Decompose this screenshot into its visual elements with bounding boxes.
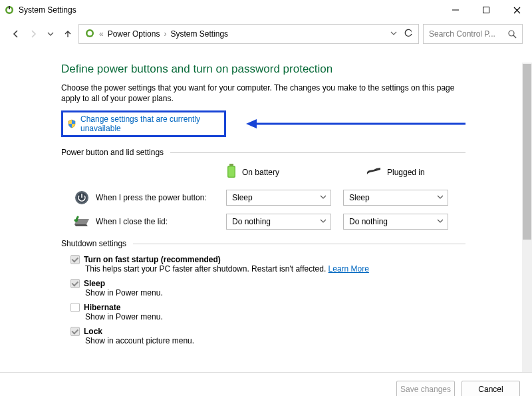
content-area: Define power buttons and turn on passwor… bbox=[0, 63, 532, 372]
fast-startup-checkbox[interactable] bbox=[70, 255, 80, 264]
search-icon bbox=[508, 30, 517, 39]
app-icon bbox=[4, 5, 15, 15]
forward-button[interactable] bbox=[27, 27, 40, 41]
page-description: Choose the power settings that you want … bbox=[61, 83, 466, 104]
hibernate-checkbox[interactable] bbox=[70, 303, 80, 312]
power-button-battery-select[interactable]: Sleep bbox=[226, 190, 331, 206]
col-plugged-in-label: Plugged in bbox=[387, 168, 425, 177]
uac-shield-icon bbox=[67, 119, 76, 128]
col-on-battery-label: On battery bbox=[242, 168, 279, 177]
fast-startup-label: Turn on fast startup (recommended) bbox=[84, 255, 221, 264]
change-settings-highlight: Change settings that are currently unava… bbox=[61, 110, 226, 137]
lid-label: When I close the lid: bbox=[96, 217, 226, 226]
nav-row: « Power Options › System Settings Search… bbox=[0, 20, 532, 53]
titlebar: System Settings bbox=[0, 0, 532, 20]
lock-label: Lock bbox=[84, 327, 102, 336]
search-input[interactable]: Search Control P... bbox=[423, 24, 523, 44]
chevron-down-icon bbox=[320, 193, 327, 202]
back-button[interactable] bbox=[9, 27, 23, 41]
chevron-down-icon bbox=[437, 217, 444, 226]
address-dropdown-icon[interactable] bbox=[390, 29, 397, 39]
address-icon bbox=[84, 28, 95, 41]
svg-rect-4 bbox=[483, 7, 489, 13]
cancel-button[interactable]: Cancel bbox=[462, 381, 520, 397]
sleep-label: Sleep bbox=[84, 279, 105, 288]
fast-startup-sub: This helps start your PC faster after sh… bbox=[85, 264, 326, 274]
hibernate-label: Hibernate bbox=[84, 303, 120, 312]
power-button-label: When I press the power button: bbox=[96, 193, 226, 202]
hibernate-sub: Show in Power menu. bbox=[85, 312, 466, 321]
maximize-button[interactable] bbox=[471, 0, 501, 20]
annotation-arrow-icon bbox=[246, 118, 466, 132]
breadcrumb-system-settings[interactable]: System Settings bbox=[170, 29, 228, 39]
footer: Save changes Cancel bbox=[0, 372, 532, 396]
breadcrumb-power-options[interactable]: Power Options bbox=[108, 29, 160, 39]
svg-rect-12 bbox=[229, 164, 233, 166]
scrollbar-thumb[interactable] bbox=[523, 64, 531, 240]
svg-line-10 bbox=[513, 35, 516, 38]
search-placeholder: Search Control P... bbox=[429, 29, 504, 39]
plug-icon bbox=[366, 166, 382, 178]
recent-dropdown[interactable] bbox=[44, 27, 57, 41]
save-button[interactable]: Save changes bbox=[396, 381, 455, 397]
up-button[interactable] bbox=[61, 27, 74, 41]
svg-point-8 bbox=[88, 31, 92, 35]
chevron-right-icon: › bbox=[164, 29, 166, 39]
lid-plugged-select[interactable]: Do nothing bbox=[343, 214, 448, 230]
svg-rect-14 bbox=[229, 167, 235, 177]
minimize-button[interactable] bbox=[440, 0, 471, 20]
battery-icon bbox=[226, 164, 237, 180]
power-button-icon bbox=[73, 190, 90, 205]
learn-more-link[interactable]: Learn More bbox=[329, 264, 369, 274]
lock-checkbox[interactable] bbox=[70, 327, 80, 336]
lid-icon bbox=[73, 215, 90, 228]
close-button[interactable] bbox=[501, 0, 532, 20]
section-shutdown-title: Shutdown settings bbox=[61, 239, 126, 248]
divider bbox=[170, 152, 466, 153]
sleep-checkbox[interactable] bbox=[70, 279, 80, 288]
svg-rect-2 bbox=[9, 6, 10, 9]
lid-battery-select[interactable]: Do nothing bbox=[226, 214, 331, 230]
chevron-down-icon bbox=[320, 217, 327, 226]
refresh-button[interactable] bbox=[404, 29, 413, 40]
page-title: Define power buttons and turn on passwor… bbox=[61, 63, 466, 76]
change-settings-link[interactable]: Change settings that are currently unava… bbox=[80, 114, 220, 133]
lock-sub: Show in account picture menu. bbox=[85, 336, 466, 345]
address-bar[interactable]: « Power Options › System Settings bbox=[78, 24, 419, 44]
power-button-plugged-select[interactable]: Sleep bbox=[343, 190, 448, 206]
svg-point-9 bbox=[509, 31, 514, 36]
scrollbar[interactable] bbox=[522, 63, 532, 372]
divider bbox=[133, 244, 466, 244]
window-title: System Settings bbox=[19, 5, 76, 15]
chevron-left-icon: « bbox=[99, 29, 104, 39]
section-power-button-title: Power button and lid settings bbox=[61, 148, 164, 157]
chevron-down-icon bbox=[437, 193, 444, 202]
sleep-sub: Show in Power menu. bbox=[85, 288, 466, 297]
